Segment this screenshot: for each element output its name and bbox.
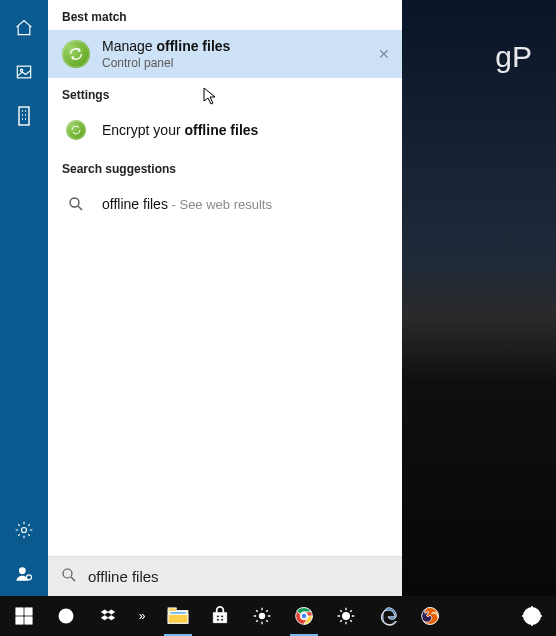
file-explorer-button[interactable] — [158, 596, 198, 636]
svg-rect-8 — [16, 608, 23, 615]
sync-icon — [62, 40, 90, 68]
close-icon[interactable]: ✕ — [378, 46, 390, 62]
target-button[interactable] — [512, 596, 552, 636]
watermark: gP — [495, 40, 532, 74]
svg-point-12 — [59, 609, 72, 622]
svg-rect-19 — [217, 619, 220, 622]
svg-point-28 — [528, 612, 535, 619]
sync-icon — [62, 116, 90, 144]
taskbar: » — [0, 596, 556, 636]
result-title: Manage offline files — [102, 38, 230, 54]
result-web-search-offline-files[interactable]: offline files - See web results — [48, 182, 402, 226]
result-title: Encrypt your offline files — [102, 122, 258, 138]
start-rail — [0, 0, 48, 596]
result-encrypt-offline-files[interactable]: Encrypt your offline files — [48, 108, 402, 152]
settings-gear-icon[interactable] — [4, 510, 44, 550]
svg-rect-15 — [168, 614, 188, 623]
best-match-header: Best match — [48, 0, 402, 30]
svg-rect-10 — [16, 617, 23, 624]
svg-rect-2 — [19, 107, 29, 125]
search-results-pane: Best match Manage offline files Control … — [48, 0, 402, 596]
picture-icon[interactable] — [4, 52, 44, 92]
svg-rect-11 — [25, 617, 32, 624]
dropbox-button[interactable] — [88, 596, 128, 636]
search-icon — [60, 566, 78, 588]
svg-point-21 — [260, 614, 265, 619]
result-title: offline files - See web results — [102, 196, 272, 212]
svg-rect-18 — [221, 615, 224, 618]
user-icon[interactable] — [4, 554, 44, 594]
settings-button[interactable] — [242, 596, 282, 636]
firefox-button[interactable] — [410, 596, 450, 636]
result-manage-offline-files[interactable]: Manage offline files Control panel ✕ — [48, 30, 402, 78]
svg-point-1 — [20, 69, 23, 72]
chrome-button[interactable] — [284, 596, 324, 636]
search-input[interactable] — [88, 568, 390, 585]
svg-point-25 — [343, 613, 350, 620]
svg-rect-20 — [221, 619, 224, 622]
start-button[interactable] — [4, 596, 44, 636]
svg-point-4 — [19, 567, 26, 574]
cortana-button[interactable] — [46, 596, 86, 636]
svg-point-24 — [301, 613, 307, 619]
buildings-icon[interactable] — [4, 96, 44, 136]
svg-rect-9 — [25, 608, 32, 615]
store-button[interactable] — [200, 596, 240, 636]
edge-button[interactable] — [368, 596, 408, 636]
brightness-button[interactable] — [326, 596, 366, 636]
svg-point-3 — [22, 528, 27, 533]
svg-rect-16 — [170, 612, 186, 615]
svg-point-7 — [63, 569, 72, 578]
search-icon — [62, 190, 90, 218]
suggestions-header: Search suggestions — [48, 152, 402, 182]
svg-rect-14 — [168, 608, 176, 612]
start-search-panel: Best match Manage offline files Control … — [0, 0, 402, 596]
svg-point-5 — [27, 575, 32, 580]
svg-rect-17 — [217, 615, 220, 618]
svg-point-6 — [70, 198, 79, 207]
search-box[interactable] — [48, 556, 402, 596]
result-subtitle: Control panel — [102, 56, 230, 70]
home-icon[interactable] — [4, 8, 44, 48]
settings-header: Settings — [48, 78, 402, 108]
overflow-button[interactable]: » — [130, 596, 156, 636]
